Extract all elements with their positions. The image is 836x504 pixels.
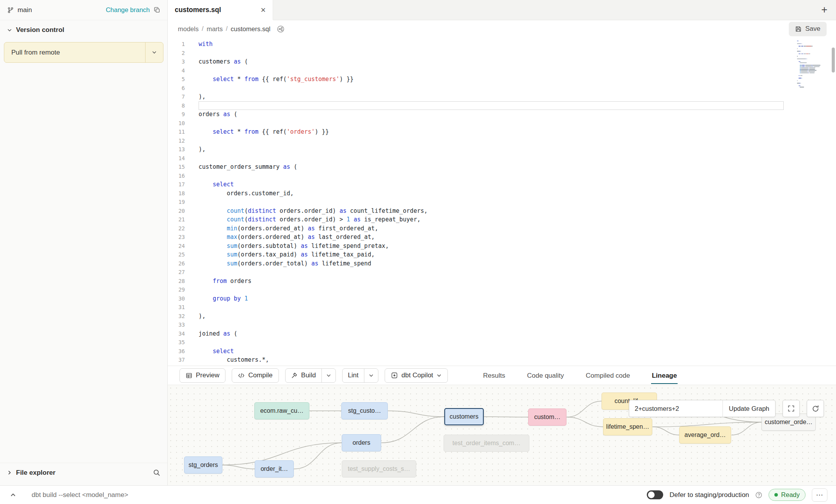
code-line[interactable]: 4 xyxy=(168,66,836,75)
code-line[interactable]: 34joined as ( xyxy=(168,329,836,338)
chevron-up-icon[interactable] xyxy=(10,492,16,498)
lineage-node-lifetime_spend[interactable]: lifetime_spen… xyxy=(603,418,652,435)
code-line[interactable]: 21 count(distinct orders.order_id) > 1 a… xyxy=(168,215,836,224)
code-line[interactable]: 7), xyxy=(168,92,836,101)
change-branch-link[interactable]: Change branch xyxy=(106,6,150,14)
lineage-node-average_order[interactable]: average_ord… xyxy=(679,426,731,444)
update-graph-button[interactable]: Update Graph xyxy=(722,400,775,417)
code-line[interactable]: 31 xyxy=(168,303,836,312)
code-line[interactable]: 30 group by 1 xyxy=(168,294,836,303)
code-line[interactable]: 11 select * from {{ ref('orders') }} xyxy=(168,127,836,136)
code-line[interactable]: 9orders as ( xyxy=(168,110,836,119)
code-line[interactable]: 13), xyxy=(168,145,836,154)
code-line[interactable]: 19 xyxy=(168,198,836,207)
lineage-node-orders[interactable]: orders xyxy=(342,434,381,451)
chevron-down-icon xyxy=(7,28,12,33)
editor-scrollbar[interactable] xyxy=(832,48,835,73)
tab-compiled-code[interactable]: Compiled code xyxy=(585,367,631,384)
status-ready-badge[interactable]: Ready xyxy=(769,489,806,501)
minimap-line xyxy=(797,46,829,46)
lineage-node-stg_orders[interactable]: stg_orders xyxy=(184,456,222,474)
minimap-line xyxy=(797,61,829,62)
code-line-text: joined as ( xyxy=(199,329,784,338)
code-line[interactable]: 18 orders.customer_id, xyxy=(168,189,836,198)
line-number: 36 xyxy=(168,347,199,356)
code-line[interactable]: 20 count(distinct orders.order_id) as co… xyxy=(168,207,836,216)
dbt-copilot-button[interactable]: dbt Copilot xyxy=(385,368,448,383)
code-line[interactable]: 2 xyxy=(168,49,836,58)
code-line[interactable]: 6 xyxy=(168,84,836,93)
help-icon[interactable] xyxy=(755,492,762,499)
tab-customers-sql[interactable]: customers.sql × xyxy=(168,0,273,20)
code-line-text xyxy=(199,49,784,58)
fullscreen-button[interactable] xyxy=(783,400,800,417)
code-line[interactable]: 12 xyxy=(168,136,836,145)
code-line[interactable]: 35 xyxy=(168,338,836,347)
cli-command-input[interactable]: dbt build --select <model_name> xyxy=(32,491,128,499)
lineage-node-order_items[interactable]: order_it… xyxy=(255,460,294,477)
build-options-caret[interactable] xyxy=(321,369,335,382)
tab-results[interactable]: Results xyxy=(482,367,506,384)
pull-options-caret[interactable] xyxy=(145,42,163,62)
code-line[interactable]: 10 xyxy=(168,119,836,128)
code-line[interactable]: 26 sum(orders.order_total) as lifetime_s… xyxy=(168,259,836,268)
file-search-icon[interactable] xyxy=(153,469,160,476)
tab-lineage[interactable]: Lineage xyxy=(651,367,678,384)
lineage-node-custom[interactable]: custom… xyxy=(528,409,566,426)
line-number: 3 xyxy=(168,57,199,66)
view-lineage-icon[interactable] xyxy=(277,25,285,33)
more-options-button[interactable]: ⋯ xyxy=(812,488,827,502)
code-line[interactable]: 37 customers.*, xyxy=(168,355,836,364)
code-line[interactable]: 3customers as ( xyxy=(168,57,836,66)
code-line[interactable]: 29 xyxy=(168,285,836,294)
lineage-node-test_order_items[interactable]: test_order_items_com… xyxy=(444,435,529,452)
close-icon[interactable]: × xyxy=(261,6,266,14)
lineage-node-stg_customers[interactable]: stg_custo… xyxy=(341,402,388,419)
lineage-node-customers[interactable]: customers xyxy=(444,408,484,425)
refresh-graph-button[interactable] xyxy=(807,400,824,417)
minimap[interactable] xyxy=(797,41,829,88)
code-line[interactable]: 22 min(orders.ordered_at) as first_order… xyxy=(168,224,836,233)
code-line[interactable]: 24 sum(orders.subtotal) as lifetime_spen… xyxy=(168,242,836,251)
tab-code-quality[interactable]: Code quality xyxy=(526,367,565,384)
lint-button[interactable]: Lint xyxy=(343,369,364,382)
defer-toggle[interactable] xyxy=(647,490,663,499)
code-line[interactable]: 14 xyxy=(168,154,836,163)
lineage-node-test_supply[interactable]: test_supply_costs_s… xyxy=(342,460,416,477)
code-line[interactable]: 27 xyxy=(168,268,836,277)
line-number: 10 xyxy=(168,119,199,128)
file-explorer-header[interactable]: File explorer xyxy=(0,463,167,482)
code-line[interactable]: 5 select * from {{ ref('stg_customers') … xyxy=(168,75,836,84)
lint-options-caret[interactable] xyxy=(364,369,378,382)
save-button[interactable]: Save xyxy=(789,22,827,36)
code-line[interactable]: 28 from orders xyxy=(168,277,836,286)
code-line[interactable]: 17 select xyxy=(168,180,836,189)
compile-button[interactable]: Compile xyxy=(232,368,279,383)
code-line[interactable]: 15customer_orders_summary as ( xyxy=(168,163,836,172)
code-line[interactable]: 23 max(orders.ordered_at) as last_ordere… xyxy=(168,233,836,242)
breadcrumb-models[interactable]: models xyxy=(178,25,199,33)
version-control-header[interactable]: Version control xyxy=(0,20,167,40)
copy-branch-icon[interactable] xyxy=(154,7,160,13)
line-number: 7 xyxy=(168,92,199,101)
code-line[interactable]: 16 xyxy=(168,172,836,180)
code-editor[interactable]: 1with23customers as (45 select * from {{… xyxy=(168,37,836,366)
code-line[interactable]: 1with xyxy=(168,40,836,49)
build-label: Build xyxy=(301,371,316,379)
code-line[interactable]: 8 xyxy=(168,101,836,110)
minimap-line xyxy=(797,53,829,54)
minimap-line xyxy=(797,52,829,53)
code-line[interactable]: 33 xyxy=(168,320,836,329)
code-line-text: sum(orders.subtotal) as lifetime_spend_p… xyxy=(199,242,784,251)
breadcrumb-marts[interactable]: marts xyxy=(207,25,223,33)
new-tab-button[interactable]: + xyxy=(821,5,827,15)
code-line[interactable]: 25 sum(orders.tax_paid) as lifetime_tax_… xyxy=(168,250,836,259)
pull-from-remote-button[interactable]: Pull from remote xyxy=(4,42,163,63)
selector-input[interactable]: 2+customers+2 xyxy=(629,400,722,417)
lineage-node-ecom[interactable]: ecom.raw_cu… xyxy=(254,402,309,419)
code-line[interactable]: 32), xyxy=(168,312,836,321)
build-button[interactable]: Build xyxy=(286,369,321,382)
preview-button[interactable]: Preview xyxy=(179,368,225,383)
defer-label: Defer to staging/production xyxy=(669,491,749,499)
code-line[interactable]: 36 select xyxy=(168,347,836,356)
